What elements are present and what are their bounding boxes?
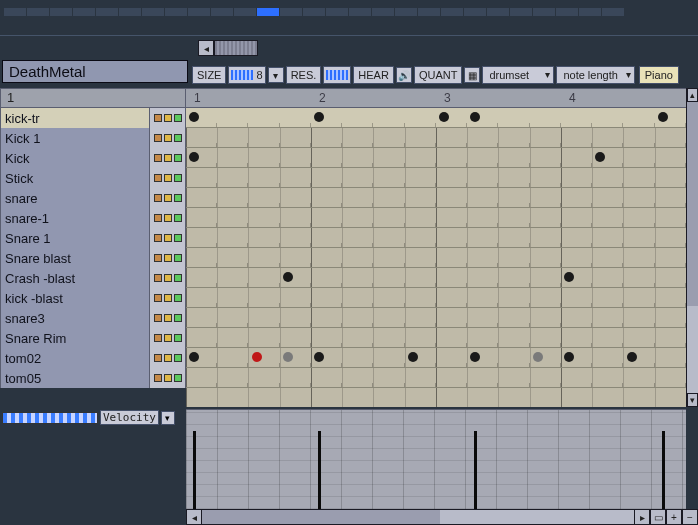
beat-ruler[interactable]: 1234 [186,88,686,108]
instrument-name[interactable]: snare [0,188,150,208]
note[interactable] [189,152,199,162]
size-value[interactable]: 8 [228,66,265,84]
drumset-dropdown[interactable]: drumset [482,66,554,84]
lane-toggle-chips[interactable] [150,208,186,228]
scroll-left-button[interactable]: ◂ [198,40,214,56]
grid-lane[interactable] [186,128,686,148]
zoom-out-button[interactable]: − [682,509,698,525]
lane-toggle-chips[interactable] [150,148,186,168]
h-scroll-left-button[interactable]: ◂ [186,509,202,525]
lane-toggle-chips[interactable] [150,268,186,288]
note[interactable] [314,352,324,362]
toolbar: SIZE 8 ▾ RES. HEAR 🔊 QUANT ▦ drumset not… [188,60,698,90]
velocity-header: Velocity ▾ [0,407,186,425]
note[interactable] [564,352,574,362]
horizontal-scrollbar[interactable]: ◂ ▸ ▭ + − [186,509,698,525]
top-bar [0,0,698,36]
quant-label: QUANT [414,66,463,84]
lane-toggle-chips[interactable] [150,188,186,208]
velocity-bar[interactable] [662,431,665,509]
instrument-name[interactable]: kick -blast [0,288,150,308]
lane-toggle-chips[interactable] [150,288,186,308]
velocity-dropdown-icon[interactable]: ▾ [161,411,175,425]
note[interactable] [564,272,574,282]
lane-toggle-chips[interactable] [150,108,186,128]
note-grid[interactable] [186,108,686,407]
velocity-bar[interactable] [193,431,196,509]
horizontal-scroll-top[interactable]: ◂ [198,40,690,58]
v-scroll-thumb[interactable] [687,102,698,306]
instrument-name[interactable]: Kick 1 [0,128,150,148]
res-value[interactable] [323,66,351,84]
note[interactable] [314,112,324,122]
size-dropdown-icon[interactable]: ▾ [268,67,284,83]
note[interactable] [658,112,668,122]
instrument-name[interactable]: snare-1 [0,208,150,228]
grid-lane[interactable] [186,268,686,288]
track-name-field[interactable]: DeathMetal [2,60,188,83]
grid-lane[interactable] [186,108,686,128]
instrument-name[interactable]: tom02 [0,348,150,368]
velocity-bar[interactable] [318,431,321,509]
velocity-grid[interactable] [186,409,686,509]
note[interactable] [252,352,262,362]
scroll-thumb-top[interactable] [214,40,258,56]
lane-toggle-chips[interactable] [150,368,186,388]
grid-lane[interactable] [186,368,686,388]
lane-toggle-chips[interactable] [150,248,186,268]
lane-toggle-chips[interactable] [150,348,186,368]
lane-toggle-chips[interactable] [150,228,186,248]
size-label: SIZE [192,66,226,84]
grid-lane[interactable] [186,208,686,228]
h-scroll-right-button[interactable]: ▸ [634,509,650,525]
instrument-name[interactable]: Crash -blast [0,268,150,288]
grid-lane[interactable] [186,308,686,328]
hear-toggle-icon[interactable]: 🔊 [396,67,412,83]
note[interactable] [439,112,449,122]
grid-lane[interactable] [186,348,686,368]
grid-lane[interactable] [186,228,686,248]
grid-lane[interactable] [186,248,686,268]
instrument-name[interactable]: kick-tr [0,108,150,128]
note[interactable] [470,352,480,362]
scroll-up-button[interactable]: ▴ [687,88,698,102]
note[interactable] [189,112,199,122]
h-scroll-thumb[interactable] [202,510,440,524]
instrument-name[interactable]: snare3 [0,308,150,328]
vertical-scrollbar[interactable]: ▴ ▾ [686,88,698,407]
pattern-id-cell[interactable]: 1 [0,88,186,108]
notelength-dropdown[interactable]: note length [556,66,634,84]
quant-grid-icon[interactable]: ▦ [464,67,480,83]
instrument-name[interactable]: Stick [0,168,150,188]
velocity-meter [2,412,98,424]
grid-lane[interactable] [186,148,686,168]
grid-lane[interactable] [186,168,686,188]
instrument-name[interactable]: tom05 [0,368,150,388]
note[interactable] [408,352,418,362]
lane-toggle-chips[interactable] [150,168,186,188]
piano-button[interactable]: Piano [639,66,679,84]
note[interactable] [595,152,605,162]
grid-lane[interactable] [186,188,686,208]
note[interactable] [283,272,293,282]
note[interactable] [627,352,637,362]
lane-toggle-chips[interactable] [150,328,186,348]
instrument-name[interactable]: Kick [0,148,150,168]
note[interactable] [283,352,293,362]
instrument-name[interactable]: Snare Rim [0,328,150,348]
zoom-fit-button[interactable]: ▭ [650,509,666,525]
instrument-name[interactable]: Snare 1 [0,228,150,248]
note[interactable] [533,352,543,362]
note[interactable] [189,352,199,362]
hear-label: HEAR [353,66,394,84]
velocity-bar[interactable] [474,431,477,509]
note[interactable] [470,112,480,122]
drum-editor-window: ◂ DeathMetal SIZE 8 ▾ RES. HEAR 🔊 QUANT … [0,0,698,525]
lane-toggle-chips[interactable] [150,308,186,328]
instrument-name[interactable]: Snare blast [0,248,150,268]
scroll-down-button[interactable]: ▾ [687,393,698,407]
grid-lane[interactable] [186,328,686,348]
lane-toggle-chips[interactable] [150,128,186,148]
zoom-in-button[interactable]: + [666,509,682,525]
grid-lane[interactable] [186,288,686,308]
